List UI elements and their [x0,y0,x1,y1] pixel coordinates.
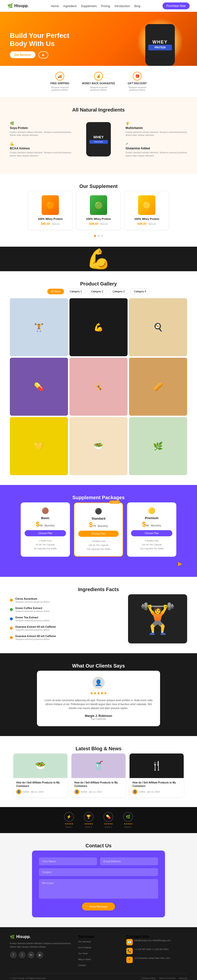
social-youtube[interactable]: ▶ [37,951,43,958]
nav-pricing[interactable]: Pricing [101,5,110,8]
footer-link-1[interactable]: Our Products [78,947,91,949]
gallery-item-5[interactable]: 🥜 [129,358,187,416]
contact-email-input[interactable] [100,858,158,865]
gallery-grid: 🏋️ 💪 🍳 💊 🤸 🥜 💛 🥗 🌿 [10,298,187,475]
product-name-1: 100% Whey Protein [80,218,117,220]
blog-author-0: Author [22,791,29,793]
purchase-button[interactable]: Purchase Now [163,2,190,10]
gallery-item-6[interactable]: 💛 [10,417,68,475]
navbar: 🌿 Hisupp. Home Ingredient Supplement Pri… [0,0,197,12]
blog-img-0: 🥗 [13,754,67,778]
testimonial-card: 👤 ★★★★★ Lorem sit amet consectetur adipi… [37,671,160,726]
blog-meta-0: 👤 Author Jan 12, 2023 [16,789,64,794]
hero-cta-button[interactable]: Our Services [10,51,35,58]
filter-cat2[interactable]: Category 2 [87,289,107,294]
gallery-item-7[interactable]: 🥗 [69,417,128,475]
footer-terms[interactable]: Terms of Service [159,977,176,980]
blog-card-2[interactable]: 🍴 How do I Sell Affiliate Products to My… [130,754,184,797]
gallery-item-1[interactable]: 💪 [69,298,128,356]
fact-1: Green Coffee Extract Tempore euismod pos… [10,606,121,612]
muscle-icon: 💪 [86,247,111,270]
ingredient-glutamine: ✔ Glutamine Added Fuoitur elerisent solu… [126,142,187,157]
contact-subject-input[interactable] [39,868,158,876]
footer-link-2[interactable]: Our Team [78,952,88,955]
blog-title-1: How do I Sell Affiliate Products to My C… [74,781,123,788]
facts-section: Ingredients Facts Citrus Aurantium Tempo… [0,577,197,653]
discount-icon: 🎁 [133,72,142,81]
feature-money-back: 💰 MONEY BACK GUARANTEE Tempore euismod p… [82,72,115,91]
brand-icon-0: ⚡ [64,812,74,822]
multivitamin-desc: Fuoitur elerisent solutan elerisent. Tem… [126,131,187,137]
ingredient-multivitamin: 🌾 Multivitamin Fuoitur elerisent solutan… [126,121,187,137]
money-back-icon: 💰 [94,72,103,81]
supplement-card-0: 🟠 100% Whey Protein $46.00 $55.00 [28,191,72,230]
gallery-title: Product Gallery [10,281,187,287]
filter-all[interactable]: All Items [47,289,64,294]
dot-1[interactable] [94,235,96,237]
packages-section: Supplement Packages 🟤 Basic $49 Monthly … [0,485,197,577]
footer-sitemap[interactable]: Sitemap [179,977,187,980]
filter-cat3[interactable]: Category 3 [109,289,128,294]
nav-introduction[interactable]: Introduction [115,5,130,8]
footer-privacy[interactable]: Privacy Policy [142,977,155,980]
footer-link-3[interactable]: Blog & News [78,958,91,961]
fact-name-2: Green Tea Extract [15,616,50,619]
brand-stars-2: ★★★★★ [104,823,113,825]
hero-play-button[interactable]: ▶ [38,51,48,59]
bcaa-desc: Fuoitur elerisent solutan elerisent. Tem… [10,151,71,157]
package-standard: Popular ⚫ Standard $79 Monthly Choose Pl… [74,503,123,557]
gallery-item-0[interactable]: 🏋️ [10,298,68,356]
contact-name-input[interactable] [39,858,97,865]
fact-dot-4 [10,636,13,639]
brands-bar: ⚡ ★★★★★ Brand 1 🏆 ★★★★★ Brand 2 💊 ★★★★★ … [0,807,197,833]
dot-2[interactable] [98,235,99,237]
ingredient-soya: 🌿 Soya Protein Fuoitur elerisent solutan… [10,121,71,137]
premium-btn[interactable]: Choose Plan [131,530,172,536]
social-instagram[interactable]: in [27,951,34,958]
fact-desc-4: Tempore euismod possimus dolore [15,638,56,641]
blog-meta-1: 👤 Author Jan 12, 2023 [74,789,123,794]
dot-3[interactable] [101,235,103,237]
gallery-item-8[interactable]: 🌿 [129,417,187,475]
facts-list: Citrus Aurantium Tempore euismod possimu… [10,597,121,641]
soya-name: Soya Protein [10,126,71,130]
social-twitter[interactable]: t [19,951,26,958]
footer-link-0[interactable]: Our Services [78,940,91,943]
supplement-section: Our Supplement 🟠 100% Whey Protein $46.0… [0,174,197,247]
standard-btn[interactable]: Choose Plan [78,531,119,537]
filter-cat1[interactable]: Category 1 [66,289,85,294]
nav-blog[interactable]: Blog [135,5,140,8]
footer-link-4[interactable]: Contact [78,964,86,966]
blog-card-1[interactable]: 🥤 How do I Sell Affiliate Products to My… [71,754,126,797]
gallery-item-3[interactable]: 💊 [10,358,68,416]
social-facebook[interactable]: f [10,951,17,958]
gallery-item-2[interactable]: 🍳 [129,298,187,356]
product-price-0: $46.00 $55.00 [32,221,68,226]
nav-ingredient[interactable]: Ingredient [63,5,76,8]
trainer-icon: 🏋️ [139,601,176,636]
whey-label: PROTEIN [148,45,172,50]
blog-img-2: 🍴 [130,754,184,778]
fact-desc-0: Tempore euismod possimus dolore [15,601,50,603]
soya-desc: Fuoitur elerisent solutan elerisent. Tem… [10,131,71,137]
contact-submit-button[interactable]: Send Message [82,903,115,910]
gallery-item-4[interactable]: 🤸 [69,358,128,416]
gallery-section: Product Gallery All Items Category 1 Cat… [0,271,197,485]
footer-about-text: Fuoitur elerisent solutan elerisent Temp… [10,942,71,949]
testimonial-role: Top Customer [43,718,154,720]
basic-features: 1 Bottle Free 50 ML Per Capsule 50 Capsu… [25,539,66,551]
nav-supplement[interactable]: Supplement [81,5,96,8]
basic-btn[interactable]: Choose Plan [25,530,66,536]
blog-cards: 🥗 How do I Sell Affiliate Products to My… [10,754,187,797]
nav-home[interactable]: Home [51,5,59,8]
fact-desc-2: Tempore euismod possimus dolore [15,619,50,622]
basic-name: Basic [25,516,66,520]
filter-cat4[interactable]: Category 4 [130,289,150,294]
product-img-0: 🟠 [42,195,59,215]
features-bar: 🚚 FREE SHIPPING Tempore euismod possimus… [0,66,197,97]
blog-card-0[interactable]: 🥗 How do I Sell Affiliate Products to My… [13,754,67,797]
hero-product-image: WHEY PROTEIN [138,17,182,66]
packages-next-arrow[interactable]: ▶ [178,561,182,567]
contact-message-textarea[interactable] [39,879,158,899]
hero-section: Build Your Perfect Body With Us Our Serv… [0,12,197,66]
